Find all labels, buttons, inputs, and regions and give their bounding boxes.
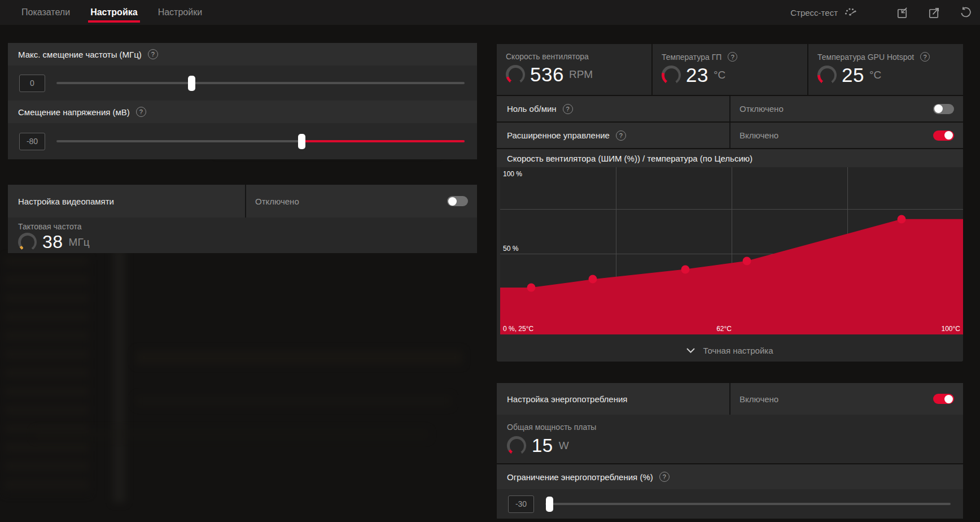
fan-curve-panel: 100 % 50 % 0 %, 25°C 62°C 100°C xyxy=(497,167,963,339)
power-limit-title: Ограничение энергопотребления (%) xyxy=(507,472,653,482)
advanced-control-row: Расширенное управление Включено xyxy=(497,123,963,148)
background-ghost xyxy=(5,257,89,494)
vram-clock-label: Тактовая частота xyxy=(18,222,467,231)
reset-icon[interactable] xyxy=(959,6,972,19)
slider-handle[interactable] xyxy=(188,76,195,91)
board-power-value: 15 xyxy=(532,435,553,456)
y-axis-label-100: 100 % xyxy=(503,170,522,178)
voltage-offset-title: Смещение напряжения (мВ) xyxy=(18,107,130,117)
fan-speed-stat: Скорость вентилятора 536 RPM xyxy=(497,44,651,95)
hotspot-temp-gauge xyxy=(817,66,837,85)
power-toggle[interactable] xyxy=(933,394,954,404)
fan-curve-point[interactable] xyxy=(743,256,751,265)
tab-metrics[interactable]: Показатели xyxy=(11,0,80,25)
tab-settings[interactable]: Настройки xyxy=(148,0,212,25)
board-power-gauge xyxy=(507,436,526,455)
power-status-cell: Включено xyxy=(730,383,963,415)
gpu-temp-stat: Температура ГП 23 °C xyxy=(653,44,807,95)
slider-track[interactable] xyxy=(56,82,465,84)
gpu-temp-value: 23 xyxy=(686,64,708,86)
freq-offset-slider[interactable] xyxy=(56,75,465,91)
freq-offset-input[interactable] xyxy=(19,75,45,92)
fan-curve-point[interactable] xyxy=(897,215,905,223)
background-ghost xyxy=(34,429,429,440)
power-tuning-header: Настройка энергопотребления Включено xyxy=(497,383,963,415)
freq-offset-title: Макс. смещение частоты (МГц) xyxy=(18,50,142,59)
vram-clock-value: 38 xyxy=(42,232,63,253)
help-icon[interactable] xyxy=(148,49,158,59)
vram-header: Настройка видеопамяти Отключено xyxy=(8,185,477,218)
tab-tuning[interactable]: Настройка xyxy=(80,0,147,25)
power-status: Включено xyxy=(740,394,778,404)
vram-body: Тактовая частота 38 МГц xyxy=(8,218,477,253)
fan-speed-gauge xyxy=(506,65,525,84)
hotspot-temp-label: Температура GPU Hotspot xyxy=(817,53,914,62)
advanced-label: Расширенное управление xyxy=(507,130,610,140)
vram-clock-unit: МГц xyxy=(69,236,90,249)
zero-rpm-label: Ноль об/мин xyxy=(507,104,557,114)
x-axis-label-max: 100°C xyxy=(942,325,961,333)
slider-handle[interactable] xyxy=(546,497,553,512)
background-ghost xyxy=(135,350,463,365)
voltage-offset-body xyxy=(8,123,477,159)
speedometer-icon xyxy=(843,6,858,19)
freq-offset-header: Макс. смещение частоты (МГц) xyxy=(8,43,477,66)
main-tabs: Показатели Настройка Настройки xyxy=(0,0,212,25)
fan-curve-point[interactable] xyxy=(681,265,690,273)
help-icon[interactable] xyxy=(920,52,930,62)
fan-curve-point[interactable] xyxy=(589,275,597,284)
power-title-cell: Настройка энергопотребления xyxy=(497,383,729,415)
export-profile-icon[interactable] xyxy=(927,6,940,19)
fan-curve-title: Скорость вентилятора (ШИМ (%)) / темпера… xyxy=(507,154,753,163)
x-axis-label-mid: 62°C xyxy=(716,325,732,333)
help-icon[interactable] xyxy=(563,104,573,114)
hotspot-temp-stat: Температура GPU Hotspot 25 °C xyxy=(808,44,963,95)
zero-rpm-status-cell: Отключено xyxy=(730,96,963,121)
power-limit-body xyxy=(497,489,963,519)
top-bar: Показатели Настройка Настройки Стресс-те… xyxy=(0,0,980,25)
help-icon[interactable] xyxy=(136,107,146,117)
help-icon[interactable] xyxy=(616,130,626,141)
slider-fill xyxy=(301,140,465,142)
fan-curve-area xyxy=(500,167,963,334)
power-limit-input[interactable] xyxy=(508,495,534,513)
vram-title-cell: Настройка видеопамяти xyxy=(8,185,245,218)
stress-test-button[interactable]: Стресс-тест xyxy=(790,6,858,19)
background-ghost xyxy=(113,249,125,503)
fine-tuning-row[interactable]: Точная настройка xyxy=(497,339,963,362)
chevron-down-icon xyxy=(686,348,695,353)
voltage-offset-input[interactable] xyxy=(19,133,45,150)
board-power-unit: W xyxy=(559,440,569,452)
fan-speed-value: 536 xyxy=(530,63,564,86)
power-title: Настройка энергопотребления xyxy=(507,394,627,404)
gpu-temp-label: Температура ГП xyxy=(662,53,721,62)
advanced-toggle[interactable] xyxy=(933,130,954,141)
vram-toggle[interactable] xyxy=(447,196,468,206)
hotspot-temp-unit: °C xyxy=(869,69,881,81)
load-profile-icon[interactable] xyxy=(895,6,909,19)
board-power-label: Общая мощность платы xyxy=(497,415,963,432)
advanced-status: Включено xyxy=(740,130,778,140)
slider-handle[interactable] xyxy=(298,134,305,149)
fan-curve-plot[interactable]: 100 % 50 % 0 %, 25°C 62°C 100°C xyxy=(500,167,963,334)
advanced-title-cell: Расширенное управление xyxy=(497,123,729,148)
voltage-offset-slider[interactable] xyxy=(56,133,465,149)
background-ghost xyxy=(135,395,452,407)
vram-title: Настройка видеопамяти xyxy=(18,197,114,206)
fine-tuning-label: Точная настройка xyxy=(703,346,773,355)
vram-status: Отключено xyxy=(255,197,299,206)
fan-curve-point[interactable] xyxy=(527,284,535,292)
power-limit-slider[interactable] xyxy=(545,496,951,512)
zero-rpm-title-cell: Ноль об/мин xyxy=(497,96,729,121)
gpu-temp-gauge xyxy=(662,66,681,85)
vram-status-cell: Отключено xyxy=(246,185,477,218)
fan-speed-unit: RPM xyxy=(569,68,593,81)
stress-test-label: Стресс-тест xyxy=(790,8,838,18)
help-icon[interactable] xyxy=(659,472,670,482)
gpu-temp-unit: °C xyxy=(714,69,725,81)
slider-track[interactable] xyxy=(545,503,951,505)
help-icon[interactable] xyxy=(728,52,737,62)
zero-rpm-toggle[interactable] xyxy=(933,104,954,114)
voltage-offset-header: Смещение напряжения (мВ) xyxy=(8,101,477,123)
y-axis-label-50: 50 % xyxy=(503,245,518,253)
